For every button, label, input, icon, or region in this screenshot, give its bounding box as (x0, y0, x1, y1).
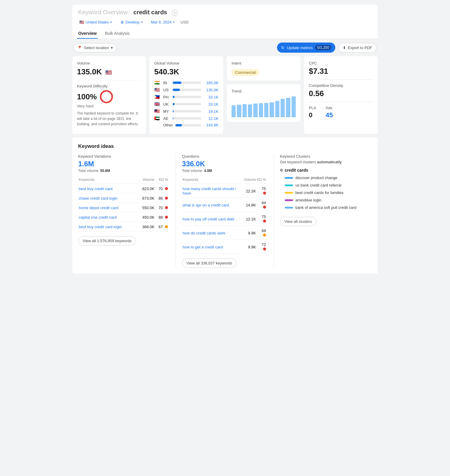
volume-label: Volume (77, 61, 141, 65)
list-item: us bank credit card referral (280, 183, 372, 187)
kd-cell: 70 (155, 203, 168, 212)
view-all-variations-button[interactable]: View all 1,576,959 keywords (78, 236, 136, 245)
gv-other-num: 143.9K (204, 123, 218, 127)
variations-total: Total volume: 50.8M (78, 169, 169, 173)
col-header-vol: Volume (138, 178, 155, 184)
gv-other-row: Other 143.9K (154, 123, 218, 127)
volume-cell: 823.0K (138, 184, 155, 193)
keyword-link[interactable]: home depot credit card (79, 206, 118, 210)
kd-circle-icon (100, 90, 113, 103)
keyword-link[interactable]: what is apr on a credit card (182, 203, 229, 207)
list-item: amexblue login (280, 198, 372, 202)
chevron-down-icon: ▾ (111, 46, 113, 50)
currency-label: USD (180, 20, 188, 24)
kd-dot-icon (165, 216, 168, 219)
kd-dot-icon (263, 206, 266, 209)
keyword-link[interactable]: how to pay off credit card debt (182, 217, 234, 221)
keyword-link[interactable]: best buy credit card login (79, 225, 122, 229)
export-pdf-button[interactable]: ⬆ Export to PDF (338, 43, 377, 53)
country-filter[interactable]: 🇺🇸 United States ▾ (77, 19, 114, 26)
cluster-item-label: amexblue login (295, 198, 321, 202)
trend-bar (270, 102, 274, 117)
volume-cell: 673.0K (138, 194, 155, 203)
table-row: how do credit cards work 9.9K 68 (182, 226, 266, 240)
kd-cell: 86 (155, 194, 168, 203)
intent-trend-col: Intent Commercial Trend (227, 56, 300, 134)
trend-chart (232, 96, 296, 117)
volume-kd-card: Volume 135.0K 🇺🇸 Keyword Difficulty 100%… (72, 56, 146, 134)
intent-card: Intent Commercial (227, 56, 300, 81)
kd-dot-icon (165, 197, 168, 200)
table-row: home depot credit card 550.0K 70 (79, 203, 168, 212)
gv-other-label: Other (163, 123, 173, 127)
trend-bar (248, 104, 252, 117)
list-item: bank of america soft pull credit card (280, 205, 372, 210)
keyword-link[interactable]: capital one credit card (79, 215, 117, 220)
cluster-main-label: credit cards (285, 168, 308, 173)
kd-dot-icon (263, 234, 266, 237)
keyword-link[interactable]: how many credit cards should i have (182, 187, 235, 195)
gv-country-row: 🇦🇪 AE 12.1K (154, 116, 218, 121)
kd-dot-icon (263, 248, 266, 250)
kd-description: The hardest keyword to compete for. It w… (77, 111, 141, 127)
gv-country-row: 🇺🇸 US 135.0K (154, 87, 218, 93)
table-row: chase credit card login 673.0K 86 (79, 194, 168, 203)
keyword-name: credit cards (133, 9, 167, 15)
view-all-questions-button[interactable]: View all 336,037 keywords (182, 259, 237, 268)
keyword-link[interactable]: best buy credit card (79, 187, 112, 191)
kd-sublabel: Very hard (77, 104, 141, 108)
kd-dot-icon (165, 225, 168, 228)
kd-cell: 68 (257, 226, 266, 240)
title-prefix: Keyword Overview: (78, 9, 129, 15)
date-filter[interactable]: Mar 8, 2024 ▾ (149, 19, 177, 26)
add-keyword-button[interactable]: + (172, 10, 178, 16)
keyword-link[interactable]: how to get a credit card (182, 245, 223, 249)
country-label: United States (86, 20, 109, 24)
pla-ads-row: PLA 0 Ads 45 (309, 106, 373, 119)
density-row: Competitive Density 0.56 (309, 83, 373, 98)
table-row: capital one credit card 450.0K 88 (79, 213, 168, 222)
keyword-link[interactable]: how do credit cards work (182, 231, 225, 235)
questions-table: Keywords Volume KD % how many credit car… (182, 177, 266, 254)
view-all-clusters-button[interactable]: View all clusters (280, 217, 317, 226)
cluster-main-item: credit cards (280, 168, 372, 173)
q-col-header-kd: KD % (257, 178, 266, 184)
variations-count[interactable]: 1.6M (78, 160, 169, 168)
trend-bar (286, 98, 290, 117)
update-metrics-button[interactable]: ↻ Update metrics 0/1,250 (277, 43, 335, 53)
questions-count[interactable]: 336.0K (182, 160, 266, 168)
intent-label: Intent (232, 61, 296, 65)
tab-bulk-analysis[interactable]: Bulk Analysis (104, 29, 130, 39)
kd-label: Keyword Difficulty (77, 84, 141, 88)
trend-bar (237, 105, 241, 117)
col-header-kw: Keywords (79, 178, 137, 184)
cluster-line-icon (285, 177, 293, 179)
tab-overview[interactable]: Overview (77, 29, 98, 39)
table-row: best buy credit card 823.0K 70 (79, 184, 168, 193)
ideas-title: Keyword ideas (78, 143, 372, 149)
device-filter[interactable]: 🖥 Desktop ▾ (118, 19, 145, 26)
kd-cell: 88 (155, 213, 168, 222)
location-icon: 📍 (77, 46, 82, 50)
location-select-button[interactable]: 📍 Select location ▾ (73, 43, 117, 52)
trend-label: Trend (232, 89, 296, 93)
trend-bar (281, 99, 285, 117)
table-row: what is apr on a credit card 14.8K 84 (182, 198, 266, 212)
keyword-link[interactable]: chase credit card login (79, 196, 117, 201)
variations-type: Keyword Variations (78, 154, 169, 159)
clusters-col: Keyword Clusters Get keyword clusters au… (274, 154, 372, 268)
cluster-dot-icon (280, 169, 283, 172)
page-title: Keyword Overview: credit cards + (77, 9, 373, 16)
trend-bar (232, 105, 236, 117)
kd-cell: 67 (155, 223, 168, 231)
cluster-desc: Get keyword clusters automatically (280, 160, 372, 164)
table-row: how to pay off credit card debt 12.1K 75 (182, 212, 266, 226)
volume-cell: 450.0K (138, 213, 155, 222)
cluster-line-icon (285, 199, 293, 201)
questions-total: Total volume: 4.0M (182, 169, 266, 173)
list-item: discover product change (280, 176, 372, 180)
volume-cell: 12.1K (244, 212, 256, 226)
cluster-item-label: best credit cards for families (295, 190, 344, 195)
kd-row: 100% (77, 90, 141, 103)
trend-bar (253, 104, 257, 117)
